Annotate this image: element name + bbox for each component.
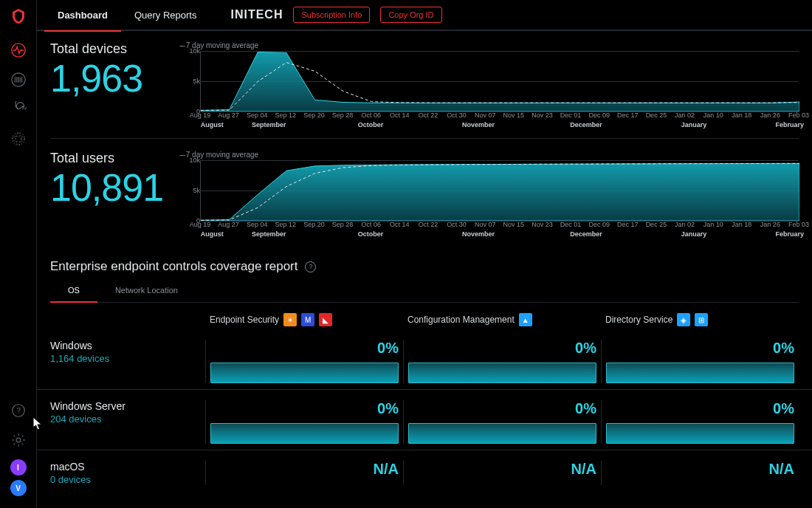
- coverage-cell: 0%: [601, 400, 799, 444]
- metric-row-devices: Total devices 1,963 7 day moving average…: [37, 31, 812, 137]
- x-tick: Feb 03: [788, 221, 809, 228]
- copy-org-id-button[interactable]: Copy Org ID: [380, 7, 441, 23]
- x-month: November: [462, 121, 495, 128]
- topbar: DashboardQuery Reports INITECH Subscript…: [37, 0, 812, 31]
- x-month: February: [776, 121, 805, 128]
- coverage-bar: [210, 363, 399, 383]
- subscription-info-button[interactable]: Subscription Info: [293, 7, 370, 23]
- x-tick: Dec 01: [560, 111, 582, 119]
- coverage-row: Windows Server204 devices0%0%0%: [37, 389, 812, 444]
- nav-item-barcode[interactable]: [10, 71, 27, 89]
- x-tick: Oct 14: [390, 111, 410, 119]
- subtab-network-location[interactable]: Network Location: [97, 278, 196, 302]
- os-device-count: 204 devices: [50, 413, 205, 425]
- coverage-cell: 0%: [403, 400, 601, 444]
- x-tick: Dec 17: [617, 221, 639, 228]
- nav-item-pulse[interactable]: [10, 41, 27, 59]
- os-name: macOS: [50, 461, 205, 473]
- metric-label: Total devices: [50, 41, 179, 57]
- coverage-percent: 0%: [408, 340, 596, 357]
- x-tick: Jan 10: [703, 221, 723, 228]
- x-tick: Sep 12: [275, 221, 297, 228]
- x-tick: Aug 19: [190, 111, 211, 119]
- x-tick: Dec 09: [588, 111, 610, 119]
- metric-value: 10,891: [50, 168, 179, 208]
- avatar[interactable]: I: [10, 459, 27, 476]
- x-tick: Nov 23: [531, 221, 553, 228]
- svg-line-16: [21, 436, 23, 437]
- x-tick: Nov 23: [531, 111, 553, 119]
- x-tick: Nov 07: [475, 111, 496, 119]
- vendor-icon: ◈: [677, 313, 690, 326]
- metric-label: Total users: [50, 151, 179, 166]
- x-month: September: [252, 230, 286, 238]
- svg-text:?: ?: [16, 407, 21, 415]
- coverage-bar: [606, 363, 794, 383]
- help-tooltip-icon[interactable]: ?: [305, 261, 316, 272]
- x-month: October: [358, 121, 384, 128]
- coverage-row: Windows1,164 devices0%0%0%: [37, 334, 812, 383]
- metric-value: 1,963: [50, 58, 179, 99]
- y-tick: 10k: [189, 47, 200, 55]
- vendor-icon: ⊞: [695, 313, 708, 326]
- coverage-percent: N/A: [606, 461, 794, 478]
- x-month: September: [252, 121, 286, 128]
- svg-line-15: [13, 444, 15, 445]
- coverage-category-label: Endpoint Security: [210, 315, 279, 325]
- x-tick: Jan 02: [675, 111, 695, 119]
- x-tick: Jan 18: [732, 111, 751, 119]
- chart-legend: 7 day moving average: [179, 151, 799, 159]
- vendor-icon: ▲: [519, 313, 532, 326]
- x-tick: Aug 27: [218, 221, 239, 228]
- x-tick: Sep 20: [303, 221, 325, 228]
- coverage-bar: [408, 363, 596, 383]
- chart-legend: 7 day moving average: [179, 41, 799, 49]
- x-tick: Dec 25: [646, 221, 667, 228]
- x-month: January: [681, 230, 707, 238]
- x-tick: Jan 10: [703, 111, 723, 119]
- x-tick: Oct 30: [447, 111, 467, 119]
- org-name: INITECH: [230, 8, 283, 21]
- x-tick: Oct 06: [361, 221, 381, 228]
- x-month: October: [358, 230, 384, 238]
- svg-point-3: [12, 133, 24, 145]
- coverage-category: Directory Service◈⊞: [601, 313, 799, 326]
- coverage-cell: N/A: [403, 461, 601, 485]
- svg-line-14: [21, 444, 23, 445]
- x-tick: Jan 26: [760, 111, 780, 119]
- x-tick: Sep 12: [275, 111, 297, 119]
- coverage-bar: [210, 423, 399, 444]
- nav-item-globe[interactable]: [10, 130, 27, 148]
- vendor-icon: M: [301, 313, 314, 326]
- x-tick: Jan 18: [732, 221, 751, 228]
- svg-line-13: [13, 436, 15, 437]
- help-icon[interactable]: ?: [10, 402, 27, 419]
- settings-icon[interactable]: [10, 431, 27, 449]
- x-tick: Sep 04: [247, 221, 268, 228]
- coverage-cell: N/A: [205, 461, 403, 485]
- x-month: January: [681, 121, 707, 128]
- coverage-category: Configuration Management▲: [403, 313, 601, 326]
- x-month: February: [776, 230, 805, 238]
- x-tick: Oct 22: [419, 111, 438, 119]
- x-month: November: [462, 230, 495, 238]
- left-rail: ? IV: [0, 0, 37, 508]
- x-month: August: [201, 121, 224, 128]
- x-tick: Oct 30: [447, 221, 467, 228]
- tab-query-reports[interactable]: Query Reports: [121, 0, 210, 30]
- coverage-category: Endpoint Security✶M◣: [205, 313, 403, 326]
- coverage-percent: 0%: [606, 340, 794, 357]
- vendor-icon: ◣: [319, 313, 332, 326]
- coverage-cell: 0%: [205, 340, 403, 383]
- subtab-os[interactable]: OS: [50, 278, 97, 302]
- avatar[interactable]: V: [10, 480, 27, 496]
- x-tick: Oct 14: [390, 221, 410, 228]
- y-tick: 5k: [193, 78, 200, 85]
- coverage-cell: 0%: [601, 340, 799, 383]
- os-device-count: 0 devices: [50, 474, 205, 485]
- x-tick: Dec 25: [646, 111, 667, 119]
- tab-dashboard[interactable]: Dashboard: [44, 0, 121, 30]
- x-tick: Sep 28: [332, 221, 354, 228]
- nav-item-radar[interactable]: [10, 100, 27, 118]
- svg-point-8: [16, 438, 21, 442]
